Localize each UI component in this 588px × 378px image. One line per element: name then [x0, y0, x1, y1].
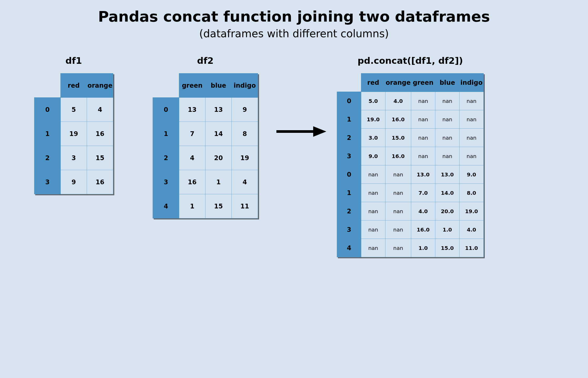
data-cell: 1.0 [411, 239, 435, 257]
data-cell: 4.0 [385, 92, 411, 110]
data-cell: 19.0 [460, 202, 484, 220]
table-row: 0 nan nan 13.0 13.0 9.0 [337, 165, 484, 184]
table-title-df1: df1 [65, 55, 82, 66]
col-header: blue [435, 74, 460, 92]
diagram-root: Pandas concat function joining two dataf… [0, 0, 588, 378]
data-cell: nan [435, 147, 460, 165]
table-row: 2 4 20 19 [153, 146, 258, 170]
data-cell: nan [460, 92, 484, 110]
data-cell: 8.0 [460, 184, 484, 202]
data-cell: 4 [87, 98, 113, 122]
col-header: blue [205, 74, 232, 98]
table-row: 3 9.0 16.0 nan nan nan [337, 147, 484, 165]
table-row: 1 nan nan 7.0 14.0 8.0 [337, 184, 484, 202]
data-cell: nan [385, 202, 411, 220]
data-cell: nan [411, 110, 435, 129]
table-row: 2 nan nan 4.0 20.0 19.0 [337, 202, 484, 220]
data-cell: 4.0 [411, 202, 435, 220]
data-cell: 1 [179, 194, 205, 218]
table-row: 4 nan nan 1.0 15.0 11.0 [337, 239, 484, 257]
panel-df2: df2 green blue indigo 0 13 13 9 1 7 1 [153, 55, 258, 218]
table-result: red orange green blue indigo 0 5.0 4.0 n… [337, 73, 484, 257]
row-header: 2 [337, 202, 361, 220]
data-cell: 16 [87, 170, 113, 194]
data-cell: 15 [205, 194, 232, 218]
table-row: 1 19 16 [34, 122, 113, 146]
table-title-result: pd.concat([df1, df2]) [358, 55, 463, 66]
table-row: 2 3 15 [34, 146, 113, 170]
data-cell: 13 [179, 98, 205, 122]
data-cell: nan [385, 239, 411, 257]
row-header: 1 [337, 110, 361, 129]
col-header: red [361, 74, 385, 92]
data-cell: nan [460, 110, 484, 129]
data-cell: nan [385, 220, 411, 239]
col-header: red [61, 74, 87, 98]
col-header: indigo [460, 74, 484, 92]
data-cell: 4.0 [460, 220, 484, 239]
arrow-container [274, 55, 326, 139]
table-title-df2: df2 [197, 55, 214, 66]
corner-cell [153, 74, 179, 98]
data-cell: 16 [179, 170, 205, 194]
data-cell: 14 [205, 122, 232, 146]
data-cell: nan [435, 129, 460, 147]
row-header: 0 [34, 98, 61, 122]
data-cell: 14.0 [435, 184, 460, 202]
data-cell: nan [435, 92, 460, 110]
data-cell: 1.0 [435, 220, 460, 239]
row-header: 3 [337, 220, 361, 239]
data-cell: nan [385, 184, 411, 202]
data-cell: nan [460, 129, 484, 147]
data-cell: nan [411, 147, 435, 165]
corner-cell [34, 74, 61, 98]
col-header: indigo [232, 74, 258, 98]
data-cell: 9 [232, 98, 258, 122]
data-cell: nan [435, 110, 460, 129]
data-cell: 5 [61, 98, 87, 122]
table-row: 1 7 14 8 [153, 122, 258, 146]
row-header: 0 [337, 92, 361, 110]
table-row: 3 9 16 [34, 170, 113, 194]
col-header: green [179, 74, 205, 98]
row-header: 1 [34, 122, 61, 146]
row-header: 4 [153, 194, 179, 218]
row-header: 2 [153, 146, 179, 170]
col-header: orange [87, 74, 113, 98]
row-header: 0 [153, 98, 179, 122]
data-cell: nan [460, 147, 484, 165]
data-cell: nan [385, 165, 411, 184]
data-cell: nan [361, 165, 385, 184]
data-cell: 16.0 [385, 110, 411, 129]
table-row: 4 1 15 11 [153, 194, 258, 218]
data-cell: 19 [232, 146, 258, 170]
data-cell: 16.0 [411, 220, 435, 239]
corner-cell [337, 74, 361, 92]
table-row: 3 16 1 4 [153, 170, 258, 194]
data-cell: 19.0 [361, 110, 385, 129]
data-cell: 9.0 [361, 147, 385, 165]
data-cell: nan [361, 202, 385, 220]
data-cell: 7 [179, 122, 205, 146]
data-cell: 13.0 [435, 165, 460, 184]
data-cell: 8 [232, 122, 258, 146]
page-title: Pandas concat function joining two dataf… [0, 8, 588, 25]
data-cell: 1 [205, 170, 232, 194]
row-header: 2 [337, 129, 361, 147]
data-cell: 11.0 [460, 239, 484, 257]
data-cell: 9 [61, 170, 87, 194]
row-header: 1 [337, 184, 361, 202]
data-cell: 19 [61, 122, 87, 146]
data-cell: 15.0 [385, 129, 411, 147]
table-row: 1 19.0 16.0 nan nan nan [337, 110, 484, 129]
data-cell: nan [361, 220, 385, 239]
data-cell: 4 [232, 170, 258, 194]
data-cell: nan [411, 92, 435, 110]
data-cell: nan [361, 239, 385, 257]
panels-row: df1 red orange 0 5 4 1 19 16 [0, 55, 588, 257]
table-row: 3 nan nan 16.0 1.0 4.0 [337, 220, 484, 239]
table-row: 0 13 13 9 [153, 98, 258, 122]
data-cell: 7.0 [411, 184, 435, 202]
row-header: 4 [337, 239, 361, 257]
table-row: 2 3.0 15.0 nan nan nan [337, 129, 484, 147]
